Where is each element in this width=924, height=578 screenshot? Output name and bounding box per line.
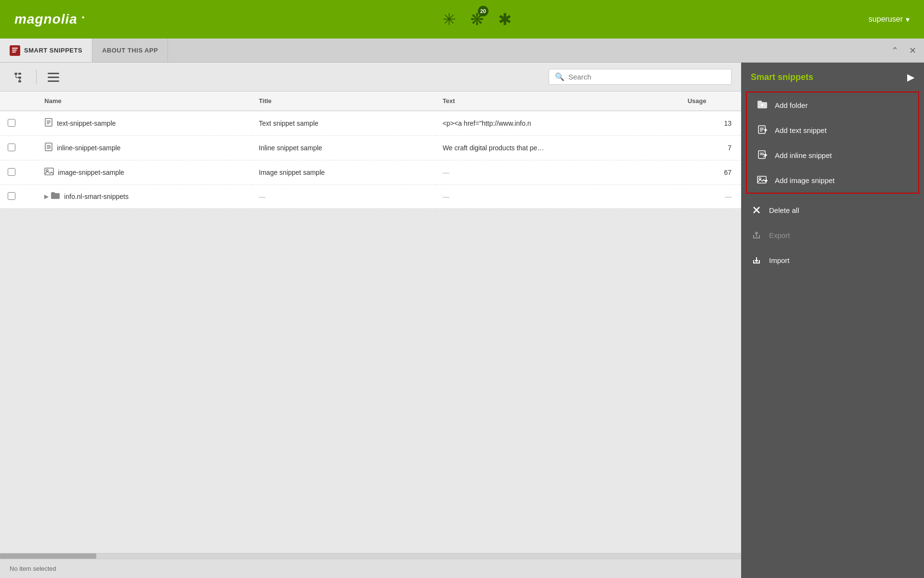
row-usage-4: —: [680, 185, 741, 209]
checkbox-3[interactable]: [8, 168, 15, 176]
col-header-name: Name: [37, 92, 251, 111]
row-text-3: —: [435, 160, 680, 185]
row-text-4: —: [435, 185, 680, 209]
menu-label-add-inline-snippet: Add inline snippet: [775, 151, 832, 159]
menu-label-import: Import: [769, 256, 790, 264]
folder-icon: [51, 192, 60, 201]
menu-label-add-folder: Add folder: [775, 101, 808, 109]
export-icon: [751, 229, 762, 241]
row-checkbox-4[interactable]: [0, 185, 37, 209]
svg-rect-3: [14, 73, 17, 75]
checkbox-4[interactable]: [8, 192, 15, 200]
top-bar-center: ✳ ❋ 20 ✱: [442, 10, 512, 29]
menu-button[interactable]: [44, 70, 63, 84]
notification-badge: 20: [478, 6, 488, 16]
search-icon: 🔍: [555, 72, 565, 81]
svg-rect-13: [48, 80, 59, 82]
status-bar: No item selected: [0, 559, 741, 578]
delete-all-icon: [751, 204, 762, 216]
table-header-row: Name Title Text Usage: [0, 92, 741, 111]
svg-rect-37: [757, 176, 766, 183]
row-name-3: image-snippet-sample: [37, 160, 251, 185]
image-snippet-icon: [44, 167, 54, 178]
tab-smart-snippets[interactable]: SMART SNIPPETS: [0, 39, 92, 62]
svg-rect-11: [48, 73, 59, 74]
table-row: image-snippet-sample Image snippet sampl…: [0, 160, 741, 185]
tab-smart-snippets-label: SMART SNIPPETS: [24, 47, 82, 54]
checkbox-1[interactable]: [8, 119, 15, 127]
svg-rect-22: [45, 168, 53, 175]
menu-item-delete-all[interactable]: Delete all: [741, 197, 924, 223]
panel-expand-button[interactable]: ▶: [907, 71, 914, 83]
menu-label-export: Export: [769, 231, 790, 239]
add-folder-icon: [757, 99, 768, 111]
user-menu[interactable]: superuser ▾: [869, 15, 910, 24]
col-header-title: Title: [251, 92, 435, 111]
svg-rect-0: [12, 48, 18, 49]
table-row: text-snippet-sample Text snippet sample …: [0, 111, 741, 136]
highlighted-menu-section: Add folder Add text snippet: [746, 92, 919, 194]
right-panel: Smart snippets ▶ Add folder: [741, 63, 924, 578]
minimize-button[interactable]: ⌃: [888, 43, 901, 58]
svg-rect-4: [18, 73, 21, 75]
top-bar: magnolia ● ✳ ❋ 20 ✱ superuser ▾: [0, 0, 924, 39]
tab-about-this-app[interactable]: ABOUT THIS APP: [92, 39, 168, 62]
row-usage-2: 7: [680, 136, 741, 160]
nav-icon-asterisk[interactable]: ✱: [498, 10, 512, 29]
menu-label-add-image-snippet: Add image snippet: [775, 176, 834, 184]
user-label: superuser: [869, 15, 903, 24]
tab-about-label: ABOUT THIS APP: [102, 47, 158, 54]
tab-bar: SMART SNIPPETS ABOUT THIS APP ⌃ ✕: [0, 39, 924, 63]
nav-icon-pulse[interactable]: ❋ 20: [470, 10, 484, 29]
add-text-snippet-icon: [757, 124, 768, 136]
checkbox-2[interactable]: [8, 144, 15, 151]
row-title-3: Image snippet sample: [251, 160, 435, 185]
smart-snippets-tab-icon: [10, 45, 20, 56]
main-content: 🔍 Name Title Text Usage: [0, 63, 924, 578]
menu-item-add-folder[interactable]: Add folder: [747, 92, 918, 118]
col-checkbox: [0, 92, 37, 111]
row-name-2: inline-snippet-sample: [37, 136, 251, 160]
col-header-usage: Usage: [680, 92, 741, 111]
nav-icon-tools[interactable]: ✳: [442, 10, 456, 29]
row-name-4: ▶ info.nl-smart-snippets: [37, 185, 251, 209]
row-title-1: Text snippet sample: [251, 111, 435, 136]
row-checkbox-3[interactable]: [0, 160, 37, 185]
snippets-table: Name Title Text Usage: [0, 92, 741, 209]
svg-rect-12: [48, 77, 59, 78]
expand-button-4[interactable]: ▶: [44, 193, 49, 200]
row-text-1: <p><a href="http://www.info.n: [435, 111, 680, 136]
menu-item-add-text-snippet[interactable]: Add text snippet: [747, 118, 918, 143]
menu-item-import[interactable]: Import: [741, 248, 924, 273]
menu-item-export: Export: [741, 223, 924, 248]
inline-snippet-icon: [44, 143, 53, 153]
horizontal-scrollbar[interactable]: [0, 553, 741, 559]
row-title-2: Inline snippet sample: [251, 136, 435, 160]
row-checkbox-1[interactable]: [0, 111, 37, 136]
panel-title: Smart snippets: [751, 72, 813, 82]
close-button[interactable]: ✕: [906, 43, 919, 58]
left-panel: 🔍 Name Title Text Usage: [0, 63, 741, 578]
row-checkbox-2[interactable]: [0, 136, 37, 160]
panel-header: Smart snippets ▶: [741, 63, 924, 92]
tab-bar-actions: ⌃ ✕: [888, 39, 924, 62]
import-icon: [751, 254, 762, 266]
toolbar-divider: [36, 70, 37, 84]
menu-label-add-text-snippet: Add text snippet: [775, 126, 827, 134]
status-label: No item selected: [10, 565, 56, 572]
row-usage-3: 67: [680, 160, 741, 185]
row-text-2: We craft digital products that pe…: [435, 136, 680, 160]
add-inline-snippet-icon: [757, 149, 768, 161]
table-row: ▶ info.nl-smart-snippets — —: [0, 185, 741, 209]
search-input[interactable]: [568, 73, 725, 81]
data-table: Name Title Text Usage: [0, 92, 741, 553]
row-name-1: text-snippet-sample: [37, 111, 251, 136]
search-box[interactable]: 🔍: [549, 69, 732, 85]
tree-view-button[interactable]: [10, 69, 29, 85]
menu-item-add-image-snippet[interactable]: Add image snippet: [747, 168, 918, 193]
user-dropdown-arrow: ▾: [906, 15, 910, 24]
menu-item-add-inline-snippet[interactable]: Add inline snippet: [747, 143, 918, 168]
logo: magnolia ●: [14, 12, 85, 27]
col-header-text: Text: [435, 92, 680, 111]
row-title-4: —: [251, 185, 435, 209]
